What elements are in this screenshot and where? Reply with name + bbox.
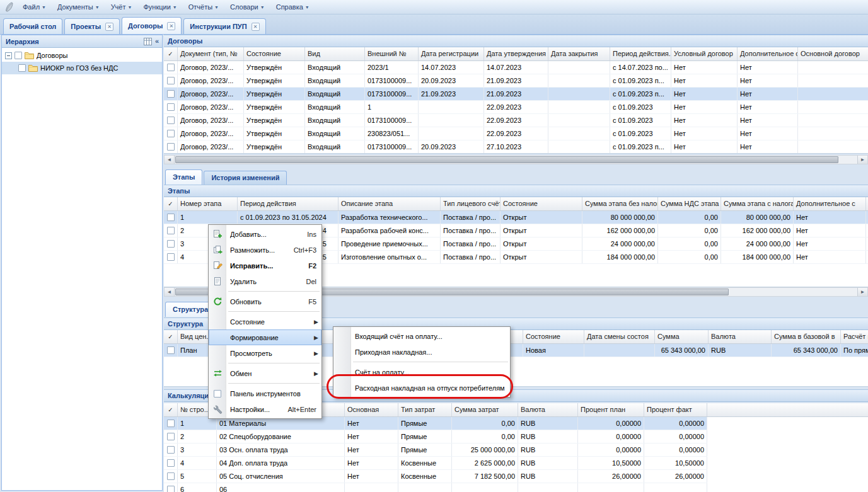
column-header[interactable]: Период действия... <box>610 47 671 60</box>
row-checkbox[interactable] <box>167 103 175 111</box>
table-row[interactable]: 202 СпецоборудованиеНетПрямые0,00RUB0,00… <box>164 430 707 443</box>
row-checkbox[interactable] <box>167 420 175 427</box>
column-header[interactable]: ✓ <box>164 47 178 60</box>
column-header[interactable]: ✓ <box>164 330 178 343</box>
column-header[interactable]: Сумма затрат <box>452 403 518 416</box>
collapse-panel-icon[interactable]: « <box>155 35 159 47</box>
row-checkbox[interactable] <box>167 240 175 248</box>
table-row[interactable]: 606 <box>164 483 707 492</box>
tab-stages[interactable]: Этапы <box>165 169 202 185</box>
node-checkbox[interactable] <box>18 64 26 72</box>
column-header[interactable]: Внешний № <box>365 47 419 60</box>
menu-accounting[interactable]: Учёт▼ <box>105 1 138 13</box>
scroll-right-icon[interactable]: ► <box>857 288 867 296</box>
tab-projects[interactable]: Проекты ✕ <box>64 18 120 34</box>
column-header[interactable]: Сумма НДС этапа <box>658 197 721 210</box>
menu-reports[interactable]: Отчёты▼ <box>183 1 224 13</box>
table-row[interactable]: Договор, 2023/...УтверждёнВходящий2023/1… <box>164 61 868 74</box>
context-menu-item-formation[interactable]: Формирование ▶ <box>209 329 321 345</box>
column-header[interactable]: Сумма этапа без налогов <box>582 197 658 210</box>
row-checkbox[interactable] <box>167 446 175 454</box>
tab-contracts[interactable]: Договоры ✕ <box>122 17 182 34</box>
submenu-item-expense-note-consumers[interactable]: Расходная накладная на отпуск потребител… <box>333 380 510 396</box>
contracts-hscrollbar[interactable]: ◄ ► <box>164 155 868 164</box>
column-header[interactable]: Основная <box>345 403 398 416</box>
tab-desktop[interactable]: Рабочий стол <box>3 18 62 34</box>
tree-node-contracts[interactable]: Договоры <box>2 49 162 62</box>
menu-dictionaries[interactable]: Словари▼ <box>224 1 270 13</box>
column-header[interactable]: Описание этапа <box>339 197 441 210</box>
table-row[interactable]: Договор, 2023/...УтверждёнВходящий230823… <box>164 127 868 140</box>
column-header[interactable]: Дополнительное с <box>738 47 798 60</box>
tab-instructions-pup[interactable]: Инструкции ПУП ✕ <box>183 18 265 34</box>
submenu-item-incoming-invoice[interactable]: Входящий счёт на оплату... <box>333 328 510 344</box>
table-row[interactable]: Договор, 2023/...УтверждёнВходящий017310… <box>164 74 868 88</box>
column-header[interactable]: Процент план <box>578 403 644 416</box>
row-checkbox[interactable] <box>167 346 175 354</box>
close-icon[interactable]: ✕ <box>167 22 175 30</box>
scroll-left-icon[interactable]: ◄ <box>165 156 175 164</box>
table-row[interactable]: Договор, 2023/...УтверждёнВходящий122.09… <box>164 101 868 114</box>
row-checkbox[interactable] <box>167 459 175 467</box>
table-row[interactable]: Договор, 2023/...УтверждёнВходящий017310… <box>164 88 868 101</box>
table-row[interactable]: 505 Соц. отчисленияНетКосвенные7 182 500… <box>164 470 707 483</box>
table-row[interactable]: Договор, 2023/...УтверждёнВходящий017310… <box>164 140 868 154</box>
column-header[interactable]: Сумма <box>655 330 709 343</box>
panel-grid-icon[interactable] <box>144 38 152 45</box>
column-header[interactable]: ✓ <box>164 197 178 210</box>
column-header[interactable]: Дата закрытия <box>548 47 610 60</box>
menu-help[interactable]: Справка▼ <box>270 1 315 13</box>
row-checkbox[interactable] <box>167 472 175 480</box>
scrollbar-thumb[interactable] <box>175 156 838 163</box>
context-menu-item-edit[interactable]: Исправить... F2 <box>209 258 321 273</box>
column-header[interactable]: Дата смены состоя <box>584 330 655 343</box>
column-header[interactable]: Состояние <box>501 197 582 210</box>
column-header[interactable]: Сумма этапа с налогами <box>721 197 794 210</box>
column-header[interactable]: Основной договор <box>798 47 868 60</box>
row-checkbox[interactable] <box>167 64 175 71</box>
context-menu-item-delete[interactable]: Удалить Del <box>209 273 321 289</box>
row-checkbox[interactable] <box>167 143 175 151</box>
column-header[interactable]: Дата утверждения <box>484 47 548 60</box>
close-icon[interactable]: ✕ <box>252 23 260 31</box>
context-menu-item-view[interactable]: Просмотреть ▶ <box>209 345 321 361</box>
context-menu-item-settings[interactable]: Настройки... Alt+Enter <box>209 401 321 417</box>
node-checkbox[interactable] <box>14 52 22 59</box>
column-header[interactable]: Дополнительное с <box>794 197 866 210</box>
table-row[interactable]: 1с 01.09.2023 по 31.05.2024Разработка те… <box>164 211 868 224</box>
column-header[interactable]: Номер этапа <box>178 197 238 210</box>
toolbar-checkbox-icon[interactable] <box>212 389 223 399</box>
column-header[interactable]: Тип затрат <box>398 403 452 416</box>
column-header[interactable]: Вид <box>305 47 365 60</box>
column-header[interactable]: Состояние <box>244 47 305 60</box>
table-row[interactable]: 101 МатериалыНетПрямые0,00RUB0,000000,00… <box>164 417 707 430</box>
submenu-item-receipt-note[interactable]: Приходная накладная... <box>333 344 510 360</box>
column-header[interactable]: Тип лицевого счёт <box>441 197 501 210</box>
column-header[interactable]: ✓ <box>164 403 178 416</box>
column-header[interactable]: Состояние <box>523 330 584 343</box>
row-checkbox[interactable] <box>167 214 175 221</box>
scroll-left-icon[interactable]: ◄ <box>165 288 175 296</box>
collapse-node-icon[interactable] <box>5 52 12 59</box>
close-icon[interactable]: ✕ <box>105 23 113 31</box>
context-menu-item-toolbar[interactable]: Панель инструментов <box>209 386 321 401</box>
row-checkbox[interactable] <box>167 90 175 98</box>
row-checkbox[interactable] <box>167 433 175 440</box>
context-menu-item-refresh[interactable]: Обновить F5 <box>209 294 321 309</box>
tab-change-history[interactable]: История изменений <box>204 171 287 185</box>
row-checkbox[interactable] <box>167 117 175 124</box>
menu-file[interactable]: Файл▼ <box>17 1 52 13</box>
menu-documents[interactable]: Документы▼ <box>52 1 105 13</box>
table-row[interactable]: 303 Осн. оплата трудаНетПрямые25 000 000… <box>164 443 707 457</box>
scroll-right-icon[interactable]: ► <box>857 156 867 164</box>
column-header[interactable]: Документ (тип, № <box>178 47 244 60</box>
column-header[interactable]: Процент факт <box>644 403 707 416</box>
tree-node-niokr[interactable]: НИОКР по ГОЗ без НДС <box>2 62 162 74</box>
context-menu-item-exchange[interactable]: Обмен ▶ <box>209 365 321 381</box>
context-menu-item-duplicate[interactable]: Размножить... Ctrl+F3 <box>209 242 321 258</box>
row-checkbox[interactable] <box>167 227 175 234</box>
column-header[interactable]: Расчёт ко... <box>841 330 868 343</box>
row-checkbox[interactable] <box>167 253 175 261</box>
context-menu-item-add[interactable]: Добавить... Ins <box>209 226 321 242</box>
row-checkbox[interactable] <box>167 77 175 84</box>
